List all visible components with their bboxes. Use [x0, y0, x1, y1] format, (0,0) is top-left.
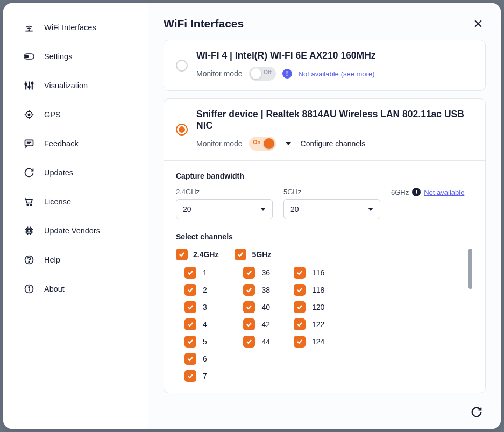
close-button[interactable] [471, 16, 486, 31]
channel-checkbox[interactable] [243, 267, 255, 279]
channel-item: 7 [184, 370, 218, 382]
channel-item: 1 [184, 267, 218, 279]
channel-label: 122 [312, 320, 324, 329]
sidebar-item-settings[interactable]: Settings [3, 43, 148, 70]
not-available-link[interactable]: Not available [424, 188, 464, 196]
channel-item: 2 [184, 284, 218, 296]
sidebar-item-visualization[interactable]: Visualization [3, 72, 148, 99]
sidebar-item-label: About [44, 285, 65, 293]
monitor-mode-label: Monitor mode [196, 139, 243, 148]
scrollbar[interactable] [468, 249, 472, 289]
channel-item: 4 [184, 318, 218, 330]
channel-label: 1 [203, 268, 207, 277]
sidebar-item-label: License [44, 197, 71, 206]
channel-checkbox[interactable] [184, 284, 196, 296]
channel-checkbox[interactable] [184, 301, 196, 313]
configure-channels-link[interactable]: Configure channels [301, 139, 366, 148]
interface-card-header: Sniffer device | Realtek 8814AU Wireless… [164, 99, 485, 160]
wifi-icon [24, 22, 34, 33]
channel-item: 5 [184, 336, 218, 348]
sidebar-item-wifi-interfaces[interactable]: WiFi Interfaces [3, 14, 148, 41]
bandwidth-select-5ghz[interactable]: 20 [283, 199, 380, 219]
channel-item: 40 [243, 301, 270, 313]
svg-point-20 [30, 204, 32, 206]
channel-checkbox[interactable] [243, 284, 255, 296]
see-more-link[interactable]: (see more) [341, 70, 375, 78]
interface-card: Wi-Fi 4 | Intel(R) Wi-Fi 6E AX210 160MHz… [164, 40, 486, 91]
sidebar-item-help[interactable]: Help [3, 246, 148, 273]
info-icon [24, 284, 34, 294]
sidebar-item-gps[interactable]: GPS [3, 101, 148, 128]
monitor-mode-toggle[interactable]: Off [249, 67, 276, 81]
channel-checkbox[interactable] [184, 318, 196, 330]
channel-checkbox[interactable] [294, 318, 306, 330]
capture-bandwidth-title: Capture bandwidth [176, 172, 473, 180]
channel-checkbox[interactable] [184, 267, 196, 279]
help-icon [24, 254, 34, 265]
channel-label: 5 [203, 337, 207, 346]
chevron-down-icon[interactable] [286, 142, 291, 145]
channel-label: 7 [203, 372, 207, 380]
channel-checkbox[interactable] [294, 301, 306, 313]
channel-label: 120 [312, 303, 324, 311]
channel-label: 38 [261, 286, 270, 294]
band-checkbox-24[interactable] [176, 249, 188, 260]
channel-checkbox[interactable] [294, 336, 306, 348]
channel-item: 120 [294, 301, 324, 313]
channel-label: 3 [203, 303, 207, 311]
svg-point-3 [25, 55, 29, 59]
channel-checkbox[interactable] [184, 336, 196, 348]
monitor-mode-toggle[interactable]: On [249, 137, 276, 151]
channel-checkbox[interactable] [243, 336, 255, 348]
refresh-icon [24, 167, 34, 178]
svg-rect-16 [25, 140, 33, 146]
channel-item: 38 [243, 284, 270, 296]
sidebar-item-updates[interactable]: Updates [3, 159, 148, 186]
not-available-text: Not available [299, 70, 339, 78]
channel-checkbox[interactable] [184, 370, 196, 382]
channel-label: 118 [312, 286, 324, 294]
bandwidth-select-24ghz[interactable]: 20 [176, 199, 273, 219]
sidebar-item-label: Update Vendors [44, 226, 100, 235]
sidebar-item-license[interactable]: License [3, 188, 148, 215]
sidebar: WiFi Interfaces Settings Visualization G… [3, 3, 148, 429]
channel-item: 36 [243, 267, 270, 279]
channel-checkbox[interactable] [184, 353, 196, 365]
info-badge-icon: ! [282, 69, 292, 79]
band-checkbox-5[interactable] [235, 249, 246, 260]
interface-title: Wi-Fi 4 | Intel(R) Wi-Fi 6E AX210 160MHz [196, 50, 376, 61]
channel-item: 124 [294, 336, 324, 348]
band-label: 2.4GHz [193, 250, 218, 259]
channel-checkbox[interactable] [243, 318, 255, 330]
svg-point-0 [29, 30, 30, 31]
channel-checkbox[interactable] [294, 267, 306, 279]
interface-title: Sniffer device | Realtek 8814AU Wireless… [196, 109, 473, 131]
panel-footer [148, 395, 501, 429]
svg-point-9 [31, 82, 33, 84]
svg-point-36 [29, 287, 30, 288]
interface-radio[interactable] [176, 124, 188, 136]
toggle-icon [24, 51, 34, 62]
channels-area: 2.4GHz 1234567 5GHz 3638404244 1161 [176, 249, 473, 382]
channel-checkbox[interactable] [294, 284, 306, 296]
svg-point-11 [28, 114, 30, 115]
bandwidth-label: 5GHz [283, 188, 380, 196]
interface-radio[interactable] [176, 60, 188, 72]
sidebar-item-feedback[interactable]: Feedback [3, 130, 148, 157]
channel-label: 2 [203, 286, 207, 294]
channel-item: 44 [243, 336, 270, 348]
svg-point-8 [28, 86, 30, 88]
svg-point-19 [27, 204, 29, 206]
refresh-button[interactable] [467, 403, 486, 421]
chip-icon [24, 225, 34, 236]
panel-header: WiFi Interfaces [148, 3, 501, 40]
chevron-down-icon [368, 208, 373, 211]
warning-badge-icon: ! [412, 188, 421, 196]
bandwidth-label: 2.4GHz [176, 188, 273, 196]
sidebar-item-update-vendors[interactable]: Update Vendors [3, 217, 148, 244]
channel-label: 44 [261, 337, 270, 346]
channel-checkbox[interactable] [243, 301, 255, 313]
sidebar-item-about[interactable]: About [3, 275, 148, 302]
svg-point-33 [29, 261, 30, 263]
channel-label: 4 [203, 320, 207, 329]
